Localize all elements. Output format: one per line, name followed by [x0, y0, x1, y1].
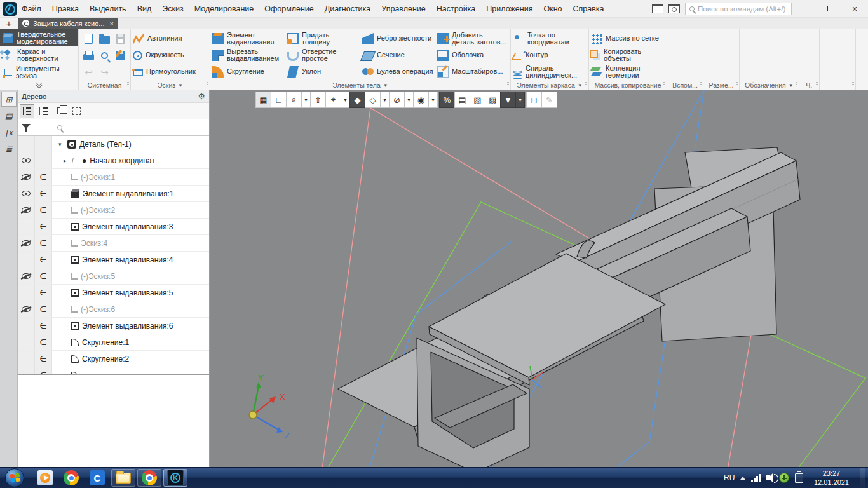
shaded-view-button[interactable]: ◆	[349, 92, 365, 108]
ribbon-button-autoline[interactable]: Автолиния	[131, 30, 210, 47]
tree-item-7[interactable]: ∈Элемент выдавливания:4	[18, 252, 209, 268]
close-button[interactable]: ×	[845, 2, 864, 16]
ribbon-button-scale[interactable]: Масштабиров...	[435, 64, 510, 80]
panel-tab-1[interactable]: Каркас и поверхности	[0, 46, 78, 64]
ribbon-button-point[interactable]: Точка по координатам	[511, 30, 588, 47]
tree-visibility-cell[interactable]	[18, 268, 35, 284]
group-grip[interactable]	[507, 82, 509, 88]
roughness-icon[interactable]	[742, 47, 757, 64]
build-order-button[interactable]: ⊓	[526, 92, 542, 108]
menu-item-3[interactable]: Вид	[137, 4, 152, 13]
tree-visibility-cell[interactable]	[18, 202, 35, 218]
show-objects-button[interactable]: ◉	[413, 92, 429, 108]
new-tab-button[interactable]: +	[0, 18, 18, 29]
tree-item-9[interactable]: ∈Элемент выдавливания:5	[18, 285, 209, 301]
ribbon-button-contour[interactable]: Контур	[511, 47, 588, 64]
tree-panel[interactable]: ⊞	[1, 92, 17, 107]
tree-item-2[interactable]: ∈(-)Эскиз:1	[18, 169, 209, 186]
ribbon-button-thicken[interactable]: Придать толщину	[285, 30, 360, 47]
menu-item-0[interactable]: Файл	[22, 4, 41, 13]
marker-icon[interactable]	[742, 64, 757, 80]
menu-item-8[interactable]: Управление	[381, 4, 426, 13]
panel-tab-0[interactable]: Твердотельное моделирование	[0, 29, 78, 46]
tree-item-3[interactable]: ∈Элемент выдавливания:1	[18, 186, 209, 202]
language-indicator[interactable]: RU	[724, 473, 735, 482]
tree-item-5[interactable]: ∈Элемент выдавливания:3	[18, 219, 209, 235]
menu-item-1[interactable]: Правка	[52, 4, 79, 13]
tree-member-cell[interactable]: ∈	[35, 334, 52, 350]
tree-member-cell[interactable]: ∈	[35, 252, 52, 268]
ribbon-button-section[interactable]: Сечение	[360, 47, 435, 64]
tree-visibility-cell[interactable]	[18, 235, 35, 251]
taskbar-explorer[interactable]	[111, 469, 135, 487]
zoom-tools-button[interactable]: ⌕	[286, 92, 302, 108]
tray-app-icon[interactable]	[795, 473, 803, 483]
model-modes-button[interactable]: ▧	[470, 92, 485, 108]
tree-member-cell[interactable]: ∈	[35, 318, 52, 334]
restore-button[interactable]	[821, 2, 840, 16]
tree-member-cell[interactable]: ∈	[35, 351, 52, 367]
command-search-input[interactable]: Поиск по командам (Alt+/)	[685, 3, 792, 15]
control-points-button[interactable]: %	[439, 92, 455, 108]
leader-icon[interactable]	[757, 47, 773, 64]
detail-view-icon[interactable]	[801, 47, 817, 64]
diameter-dimension-icon[interactable]	[721, 30, 737, 47]
hide-objects-button-dropdown[interactable]: ▾	[404, 92, 414, 108]
break-view-icon[interactable]	[801, 64, 817, 80]
menu-item-9[interactable]: Настройка	[437, 4, 476, 13]
ribbon-button-rect[interactable]: Прямоугольник	[131, 64, 210, 80]
ribbon-button-collection[interactable]: Коллекция геометрии	[589, 64, 667, 80]
tree-item-10[interactable]: ∈(-)Эскиз:6	[18, 301, 209, 318]
new-document-icon[interactable]	[81, 30, 97, 47]
tree-member-cell[interactable]: ∈	[35, 235, 52, 251]
tree-item-11[interactable]: ∈Элемент выдавливания:6	[18, 318, 209, 334]
ribbon-button-draft[interactable]: Уклон	[285, 64, 360, 80]
ribbon-button-boolean[interactable]: Булева операция	[360, 64, 435, 80]
sheet-options-button[interactable]: ▤	[454, 92, 470, 108]
linear-dimension-icon[interactable]	[705, 30, 721, 47]
tree-member-cell[interactable]: ∈	[35, 219, 52, 234]
group-grip[interactable]	[736, 82, 738, 88]
tree-visibility-cell[interactable]	[18, 152, 35, 168]
ribbon-button-copy[interactable]: Копировать объекты	[589, 47, 667, 64]
chain-dimension-icon[interactable]	[705, 64, 721, 80]
tree-visibility-cell[interactable]	[18, 136, 35, 152]
group-grip[interactable]	[816, 82, 818, 88]
tree-item-6[interactable]: ∈Эскиз:4	[18, 235, 209, 252]
ribbon-button-cut[interactable]: Вырезать выдавливанием	[210, 47, 285, 64]
minimize-button[interactable]: –	[797, 2, 816, 16]
ribbon-button-gridarr[interactable]: Массив по сетке	[589, 30, 667, 47]
tree-visibility-cell[interactable]	[18, 252, 35, 268]
tree-member-cell[interactable]: ∈	[35, 169, 52, 185]
ribbon-button-shell[interactable]: Оболочка	[435, 47, 510, 64]
cylindricity-icon[interactable]	[742, 30, 757, 47]
tree-member-cell[interactable]	[35, 152, 52, 168]
show-desktop-button[interactable]	[860, 468, 865, 488]
eyedropper-button[interactable]: ✎	[541, 92, 557, 108]
area-selection[interactable]	[69, 104, 84, 118]
model-viewport[interactable]: X Y Z ▦∟⌕▾⇧⌖▾◆◇▾⊘▾◉▾%▤▧▨▼▾⊓✎	[210, 90, 868, 467]
group-grip[interactable]	[700, 82, 702, 88]
show-objects-button-dropdown[interactable]: ▾	[428, 92, 438, 108]
tree-item-0[interactable]: ▾Деталь (Тел-1)	[18, 136, 209, 152]
print-icon[interactable]	[81, 47, 97, 64]
filter-objects-button-dropdown[interactable]: ▾	[515, 92, 525, 108]
group-grip[interactable]	[852, 82, 854, 88]
menu-item-10[interactable]: Приложения	[486, 4, 532, 13]
ribbon-button-rib[interactable]: Ребро жесткости	[360, 30, 435, 47]
local-cs-icon[interactable]	[685, 30, 701, 47]
axis-tool-icon[interactable]	[822, 47, 837, 64]
tree-item-14[interactable]: ∈	[18, 367, 209, 374]
tree-member-cell[interactable]: ∈	[35, 301, 52, 317]
tree-caret-icon[interactable]: ▾	[58, 141, 64, 147]
snap-grid-button[interactable]: ▦	[255, 92, 271, 108]
taskbar-chrome[interactable]	[59, 469, 83, 487]
gear-icon[interactable]: ⚙	[198, 92, 205, 101]
tab-close-icon[interactable]: ×	[110, 20, 114, 27]
tree-visibility-cell[interactable]	[18, 285, 35, 301]
menu-item-7[interactable]: Диагностика	[325, 4, 370, 13]
group-grip[interactable]	[127, 82, 129, 88]
menu-item-12[interactable]: Справка	[573, 4, 604, 13]
panel-collapse-chevron[interactable]	[0, 81, 78, 90]
parameters-panel[interactable]: ▤	[1, 108, 17, 123]
